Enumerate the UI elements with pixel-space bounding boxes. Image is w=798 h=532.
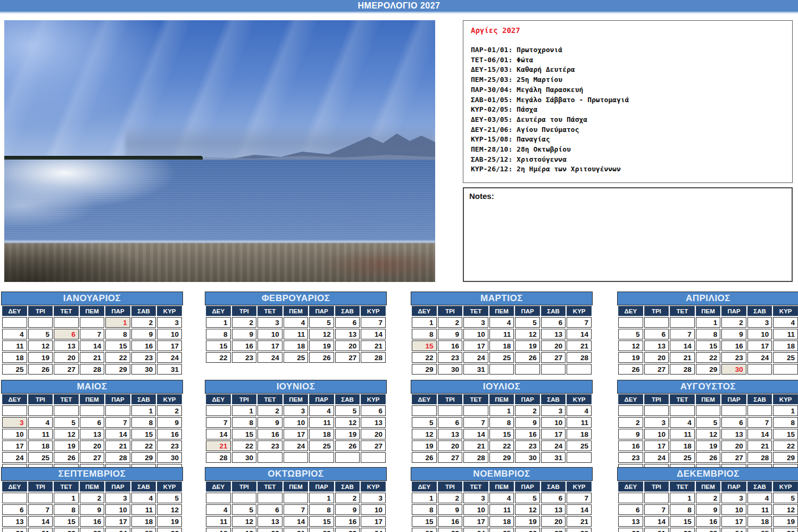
weekday-header: ΤΡΙ [644,481,669,492]
day-cell: 4 [206,504,231,515]
month-table: ΔΕΥΤΡΙΤΕΤΠΕΜΠΑΡΣΑΒΚΥΡ1234567891011121314… [411,480,593,532]
day-cell: 9 [696,504,721,515]
weekday-header: ΠΕΜ [696,481,721,492]
day-cell: 26 [309,352,334,363]
day-cell: 28 [361,352,386,363]
month-title: ΟΚΤΩΒΡΙΟΣ [205,467,387,481]
day-cell: 9 [438,329,463,339]
weekday-header: ΣΑΒ [747,306,772,316]
weekday-header-row: ΔΕΥΤΡΙΤΕΤΠΕΜΠΑΡΣΑΒΚΥΡ [206,394,386,404]
weekday-header-row: ΔΕΥΤΡΙΤΕΤΠΕΜΠΑΡΣΑΒΚΥΡ [412,394,592,404]
empty-cell [257,452,282,463]
week-row: 15161718192021 [412,340,592,351]
day-cell: 8 [773,417,798,428]
day-cell: 15 [206,340,231,351]
weekday-header: ΤΕΤ [463,481,488,492]
weekday-header: ΠΑΡ [105,306,130,316]
day-cell: 4 [773,317,798,328]
week-row: 12345 [2,493,182,503]
week-row: 12 [2,405,182,416]
weekday-header: ΤΕΤ [670,306,695,316]
day-cell: 16 [80,516,105,527]
day-cell: 13 [361,417,386,428]
day-cell: 19 [412,440,437,451]
week-row: 18192021222324 [2,352,182,363]
day-cell: 6 [541,317,566,328]
day-cell: 6 [618,504,643,515]
weekday-header-row: ΔΕΥΤΡΙΤΕΤΠΕΜΠΑΡΣΑΒΚΥΡ [618,481,798,492]
day-cell: 20 [361,429,386,439]
day-cell: 28 [206,452,231,463]
day-cell: 22 [412,528,437,532]
empty-cell [618,493,643,503]
month-table: ΔΕΥΤΡΙΤΕΤΠΕΜΠΑΡΣΑΒΚΥΡ1234567891011121314… [205,480,387,532]
day-cell: 14 [567,329,592,339]
weekday-header: ΔΕΥ [412,394,437,404]
day-cell: 2 [438,317,463,328]
weekday-header: ΔΕΥ [2,394,27,404]
day-cell: 13 [618,516,643,527]
day-cell: 27 [541,528,566,532]
day-cell: 12 [157,504,182,515]
week-row: 567891011 [618,329,798,339]
day-cell: 5 [515,317,540,328]
day-cell: 12 [232,516,257,527]
week-row: 20212223242526 [2,528,182,532]
week-row: 1234 [618,317,798,328]
day-cell: 17 [721,516,746,527]
weekday-header: ΠΕΜ [284,481,309,492]
day-cell: 24 [2,452,27,463]
day-cell: 16 [157,429,182,439]
weekday-header: ΤΡΙ [28,394,53,404]
day-cell: 15 [309,516,334,527]
day-cell: 18 [489,516,514,527]
day-cell: 8 [131,417,156,428]
day-cell: 8 [489,417,514,428]
day-cell: 6 [721,417,746,428]
day-cell: 12 [335,417,360,428]
weekday-header: ΠΑΡ [105,394,130,404]
month-calendar: ΙΟΥΝΙΟΣΔΕΥΤΡΙΤΕΤΠΕΜΠΑΡΣΑΒΚΥΡ123456789101… [205,380,387,464]
day-cell: 3 [747,317,772,328]
empty-cell [284,493,309,503]
weekday-header: ΠΕΜ [80,306,105,316]
day-cell: 26 [412,452,437,463]
weekday-header: ΔΕΥ [206,394,231,404]
weekday-header: ΤΡΙ [232,481,257,492]
day-cell: 27 [361,440,386,451]
week-row: 12131415161718 [618,340,798,351]
weekday-header: ΚΥΡ [567,306,592,316]
day-cell: 1 [412,493,437,503]
day-cell: 17 [463,340,488,351]
day-cell: 16 [515,429,540,439]
week-row: 20212223242526 [618,528,798,532]
empty-cell [335,452,360,463]
day-cell: 27 [438,452,463,463]
day-cell: 15 [105,340,130,351]
day-cell: 29 [105,364,130,375]
day-cell: 1 [131,405,156,416]
day-cell: 8 [309,504,334,515]
day-cell: 23 [696,528,721,532]
day-cell: 3 [284,405,309,416]
day-cell: 10 [361,504,386,515]
day-cell: 16 [131,340,156,351]
day-cell: 17 [361,516,386,527]
day-cell: 7 [463,417,488,428]
day-cell: 5 [309,317,334,328]
day-cell: 9 [232,329,257,339]
week-row: 19202122232425 [412,440,592,451]
day-cell: 15 [131,429,156,439]
day-cell: 11 [567,417,592,428]
day-cell: 26 [696,452,721,463]
day-cell: 2 [618,417,643,428]
empty-cell [747,405,772,416]
day-cell: 3 [361,493,386,503]
empty-cell [28,493,53,503]
weekday-header: ΣΑΒ [747,481,772,492]
week-row: 14151617181920 [206,429,386,439]
day-cell: 12 [309,329,334,339]
day-cell: 11 [489,504,514,515]
weekday-header: ΤΡΙ [644,306,669,316]
empty-cell [2,493,27,503]
